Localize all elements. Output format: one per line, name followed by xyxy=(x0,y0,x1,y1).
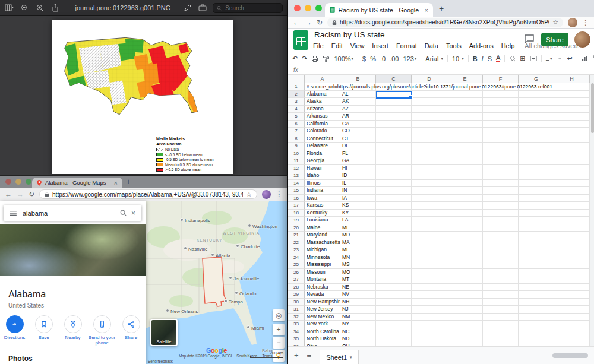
cell-E31[interactable] xyxy=(447,306,483,314)
cell-B16[interactable]: IA xyxy=(340,195,376,202)
cell-C15[interactable] xyxy=(376,187,412,195)
select-all-corner[interactable] xyxy=(288,75,305,83)
cell-G32[interactable] xyxy=(519,314,554,321)
font-select[interactable]: Arial▾ xyxy=(425,55,443,62)
scrollbar-thumb[interactable] xyxy=(591,83,594,133)
cell-D21[interactable] xyxy=(412,232,447,239)
cell-C4[interactable] xyxy=(376,106,412,113)
cell-E10[interactable] xyxy=(447,150,483,158)
cell-H11[interactable] xyxy=(554,157,590,165)
cell-B11[interactable]: GA xyxy=(340,157,376,165)
sheets-app-icon[interactable] xyxy=(293,30,308,50)
cell-A13[interactable]: Idaho xyxy=(305,172,340,180)
row-header-7[interactable]: 7 xyxy=(288,128,305,135)
row-header-17[interactable]: 17 xyxy=(288,202,305,210)
row-header-30[interactable]: 30 xyxy=(288,299,305,306)
sheet-tab-menu-icon[interactable]: ▾ xyxy=(350,355,352,360)
cell-G14[interactable] xyxy=(519,180,554,188)
address-bar[interactable]: https://docs.google.com/spreadsheets/d/1… xyxy=(327,18,563,27)
cell-H24[interactable] xyxy=(554,254,590,262)
cell-D13[interactable] xyxy=(412,172,447,180)
cell-B23[interactable]: MI xyxy=(340,246,376,254)
cell-F22[interactable] xyxy=(483,239,519,247)
column-header-D[interactable]: D xyxy=(412,75,447,83)
cell-H22[interactable] xyxy=(554,239,590,247)
cell-H12[interactable] xyxy=(554,165,590,173)
cell-E3[interactable] xyxy=(447,98,483,106)
cell-A29[interactable]: Nevada xyxy=(305,291,340,299)
cell-A6[interactable]: California xyxy=(305,121,340,128)
cell-F4[interactable] xyxy=(483,106,519,113)
menu-data[interactable]: Data xyxy=(425,42,438,49)
cell-G19[interactable] xyxy=(519,217,554,224)
cell-A24[interactable]: Minnesota xyxy=(305,254,340,262)
cell-F8[interactable] xyxy=(483,135,519,143)
cell-F31[interactable] xyxy=(483,306,519,314)
row-header-6[interactable]: 6 xyxy=(288,121,305,128)
column-header-G[interactable]: G xyxy=(519,75,554,83)
cell-G2[interactable] xyxy=(519,91,554,99)
cell-D26[interactable] xyxy=(412,269,447,277)
cell-F26[interactable] xyxy=(483,269,519,277)
cell-F21[interactable] xyxy=(483,232,519,239)
cell-E25[interactable] xyxy=(447,261,483,269)
merge-cells-icon[interactable] xyxy=(530,55,537,62)
satellite-toggle[interactable]: Satellite xyxy=(150,319,178,346)
cell-C22[interactable] xyxy=(376,239,412,247)
cell-G21[interactable] xyxy=(519,232,554,239)
menu-tools[interactable]: Tools xyxy=(446,42,462,49)
cell-E30[interactable] xyxy=(447,299,483,306)
fullscreen-window-button[interactable] xyxy=(315,5,322,11)
cell-C16[interactable] xyxy=(376,195,412,202)
cell-E19[interactable] xyxy=(447,217,483,224)
cell-C21[interactable] xyxy=(376,232,412,239)
cell-A27[interactable]: Montana xyxy=(305,276,340,284)
horizontal-align-icon[interactable]: ≡▾ xyxy=(546,55,552,62)
cell-D27[interactable] xyxy=(412,276,447,284)
row-header-24[interactable]: 24 xyxy=(288,254,305,262)
cell-B4[interactable]: AZ xyxy=(340,106,376,113)
cell-B20[interactable]: ME xyxy=(340,224,376,232)
account-avatar[interactable] xyxy=(574,31,590,48)
cell-B8[interactable]: CT xyxy=(340,135,376,143)
cell-D29[interactable] xyxy=(412,291,447,299)
row-header-8[interactable]: 8 xyxy=(288,135,305,143)
sheet-tab[interactable]: Sheet1 ▾ xyxy=(320,350,358,364)
row-header-35[interactable]: 35 xyxy=(288,335,305,343)
cell-F25[interactable] xyxy=(483,261,519,269)
document-title[interactable]: Racism by US state xyxy=(314,30,385,39)
italic-icon[interactable]: I xyxy=(482,55,484,62)
cell-F28[interactable] xyxy=(483,284,519,292)
zoom-out-button[interactable]: − xyxy=(273,337,285,349)
fill-color-icon[interactable] xyxy=(509,55,516,62)
cell-A19[interactable]: Louisiana xyxy=(305,217,340,224)
cell-G34[interactable] xyxy=(519,328,554,336)
cell-C14[interactable] xyxy=(376,180,412,188)
cell-B27[interactable]: MT xyxy=(340,276,376,284)
cell-B19[interactable]: LA xyxy=(340,217,376,224)
menu-insert[interactable]: Insert xyxy=(372,42,388,49)
cell-C23[interactable] xyxy=(376,246,412,254)
cell-H19[interactable] xyxy=(554,217,590,224)
cell-E27[interactable] xyxy=(447,276,483,284)
borders-icon[interactable]: ⊞ xyxy=(520,55,525,62)
cell-G8[interactable] xyxy=(519,135,554,143)
row-header-4[interactable]: 4 xyxy=(288,106,305,113)
cell-H7[interactable] xyxy=(554,128,590,135)
cell-A2[interactable]: Alabama xyxy=(305,91,340,99)
cell-E18[interactable] xyxy=(447,210,483,217)
cell-D4[interactable] xyxy=(412,106,447,113)
viewer-search-input[interactable] xyxy=(224,4,279,12)
cell-B12[interactable]: HI xyxy=(340,165,376,173)
cell-B32[interactable]: NM xyxy=(340,314,376,321)
cell-H5[interactable] xyxy=(554,113,590,121)
row-header-11[interactable]: 11 xyxy=(288,157,305,165)
cell-A20[interactable]: Maine xyxy=(305,224,340,232)
browser-menu-icon[interactable]: ⋮ xyxy=(276,190,283,198)
cell-E33[interactable] xyxy=(447,321,483,328)
format-currency-icon[interactable]: $ xyxy=(362,55,366,62)
cell-G33[interactable] xyxy=(519,321,554,328)
cell-G12[interactable] xyxy=(519,165,554,173)
forward-icon[interactable]: → xyxy=(305,18,312,27)
cell-G6[interactable] xyxy=(519,121,554,128)
